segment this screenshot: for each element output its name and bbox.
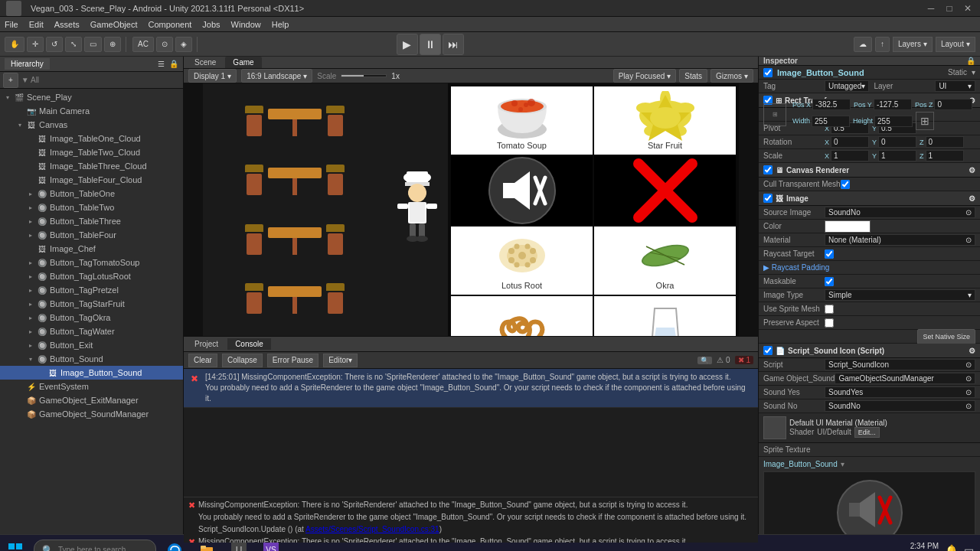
console-message-1[interactable]: ✖ [14:25:01] MissingComponentException: … xyxy=(184,369,758,408)
menu-jobs[interactable]: Jobs xyxy=(202,20,220,29)
tree-item-soundmanager[interactable]: 📦 GameObject_SoundManager xyxy=(0,407,183,421)
menu-window[interactable]: Window xyxy=(231,20,261,29)
script-section[interactable]: 📄 Script_Sound Icon (Script) ⚙ xyxy=(759,344,980,358)
collapse-button[interactable]: Collapse xyxy=(222,354,263,367)
tree-item-btn-tomato[interactable]: ▸ 🔘 Button_TagTomatoSoup xyxy=(0,256,183,269)
tab-project[interactable]: Project xyxy=(187,338,226,350)
play-focused-btn[interactable]: Play Focused▾ xyxy=(613,69,677,83)
taskbar-icon-vs[interactable]: VS xyxy=(256,535,286,552)
minimize-button[interactable]: ─ xyxy=(925,2,937,15)
scale-x-input[interactable] xyxy=(831,150,869,161)
scale-tool[interactable]: ⤡ xyxy=(65,37,82,52)
layout-dropdown[interactable]: Layout▾ xyxy=(936,37,975,52)
food-item-tomato-soup[interactable]: Tomato Soup xyxy=(451,86,593,155)
menu-gameobject[interactable]: GameObject xyxy=(90,20,138,29)
food-item-water[interactable]: Water xyxy=(594,296,736,336)
sound-off-cell[interactable] xyxy=(451,156,593,225)
cr-settings-icon[interactable]: ⚙ xyxy=(969,166,975,174)
tree-item-btn-table3[interactable]: ▸ 🔘 Button_TableThree xyxy=(0,214,183,228)
raycast-target-checkbox[interactable] xyxy=(825,249,834,259)
scale-z-input[interactable] xyxy=(926,150,964,161)
taskbar-icon-edge[interactable] xyxy=(159,535,190,552)
menu-component[interactable]: Component xyxy=(148,20,191,29)
tab-console[interactable]: Console xyxy=(227,338,271,350)
hierarchy-add[interactable]: + xyxy=(3,73,18,88)
taskbar-search-bar[interactable]: 🔍 Type here to search xyxy=(34,540,156,552)
preview-arrow[interactable]: ▾ xyxy=(841,460,844,468)
set-native-size-btn[interactable]: Set Native Size xyxy=(917,329,975,344)
tree-item-btn-table1[interactable]: ▸ 🔘 Button_TableOne xyxy=(0,187,183,201)
rot-z-input[interactable] xyxy=(926,136,964,148)
hierarchy-lock[interactable]: 🔒 xyxy=(169,60,178,68)
notification-icon[interactable]: 🔔 xyxy=(945,544,958,552)
static-dropdown[interactable]: ▾ xyxy=(972,68,975,77)
tree-item-img2[interactable]: 🖼 Image_TableTwo_Cloud xyxy=(0,145,183,159)
cloud-button[interactable]: ☁ xyxy=(854,37,872,52)
sound-yes-field[interactable]: SoundYes ⊙ xyxy=(825,386,975,398)
tree-item-img4[interactable]: 🖼 Image_TableFour_Cloud xyxy=(0,173,183,187)
rot-x-input[interactable] xyxy=(831,136,869,148)
aspect-dropdown[interactable]: 16:9 Landscape▾ xyxy=(241,69,312,83)
color-picker[interactable] xyxy=(825,220,871,233)
multi-tool[interactable]: ⊕ xyxy=(104,37,121,52)
source-image-field[interactable]: SoundNo ⊙ xyxy=(825,207,975,218)
tree-item-maincamera[interactable]: 📷 Main Camera xyxy=(0,104,183,118)
food-item-lotus-root[interactable]: Lotus Root xyxy=(451,227,593,295)
tab-game[interactable]: Game xyxy=(225,57,261,68)
display-dropdown[interactable]: Display 1▾ xyxy=(188,69,237,83)
script-field[interactable]: Script_SoundIcon ⊙ xyxy=(825,359,975,370)
tree-item-btn-exit[interactable]: ▸ 🔘 Button_Exit xyxy=(0,338,183,352)
tree-item-img-chef[interactable]: 🖼 Image_Chef xyxy=(0,242,183,256)
canvas-renderer-checkbox[interactable] xyxy=(763,165,773,174)
pos-z-input[interactable] xyxy=(934,99,972,110)
tree-item-btn-table4[interactable]: ▸ 🔘 Button_TableFour xyxy=(0,228,183,242)
maximize-button[interactable]: □ xyxy=(943,2,956,15)
tree-item-btn-starfruit[interactable]: ▸ 🔘 Button_TagStarFruit xyxy=(0,297,183,311)
material-field[interactable]: None (Material) ⊙ xyxy=(825,234,975,246)
layer-dropdown[interactable]: UI▾ xyxy=(935,80,975,92)
gizmos-btn[interactable]: Gizmos▾ xyxy=(710,69,753,83)
taskbar-icon-unity[interactable]: U xyxy=(224,535,254,552)
start-button[interactable] xyxy=(0,535,31,552)
global-button[interactable]: ⊙ xyxy=(156,37,173,52)
hand-tool[interactable]: ✋ xyxy=(5,37,24,52)
stats-btn[interactable]: Stats xyxy=(679,69,707,83)
script-link[interactable]: Assets/Scenes/Script_SoundIcon.cs:31 xyxy=(305,525,439,533)
menu-edit[interactable]: Edit xyxy=(29,20,44,29)
rot-y-input[interactable] xyxy=(878,136,916,148)
taskbar-icon-file-explorer[interactable] xyxy=(191,535,222,552)
ac-button[interactable]: AC xyxy=(132,37,154,52)
close-cell[interactable] xyxy=(594,156,736,225)
tree-item-img1[interactable]: 🖼 Image_TableOne_Cloud xyxy=(0,132,183,145)
tab-scene[interactable]: Scene xyxy=(187,57,224,68)
food-item-okra[interactable]: Okra xyxy=(594,227,736,295)
lock-proportions[interactable]: ⊞ xyxy=(916,112,934,130)
food-item-pretzel[interactable]: Pretzel xyxy=(451,296,593,336)
anchor-widget[interactable]: ⊞ xyxy=(763,103,786,126)
active-checkbox[interactable] xyxy=(763,68,773,77)
tab-hierarchy[interactable]: Hierarchy xyxy=(5,58,50,70)
close-title-button[interactable]: ✕ xyxy=(962,2,974,15)
tree-item-eventsystem[interactable]: ⚡ EventSystem xyxy=(0,380,183,393)
maskable-checkbox[interactable] xyxy=(825,277,834,286)
layers-dropdown[interactable]: Layers▾ xyxy=(893,37,933,52)
error-pause-button[interactable]: Error Pause xyxy=(267,354,318,367)
image-checkbox[interactable] xyxy=(763,194,773,203)
icon1[interactable]: ◈ xyxy=(175,37,192,52)
game-object-sound-field[interactable]: GameObjectSoundManager ⊙ xyxy=(835,373,975,384)
img-settings-icon[interactable]: ⚙ xyxy=(969,194,975,203)
height-input[interactable] xyxy=(874,116,913,127)
play-button[interactable]: ▶ xyxy=(397,34,418,55)
sound-no-field[interactable]: SoundNo ⊙ xyxy=(825,400,975,412)
rotate-tool[interactable]: ↺ xyxy=(46,37,63,52)
use-sprite-checkbox[interactable] xyxy=(825,305,834,314)
cull-checkbox[interactable] xyxy=(841,180,850,189)
width-input[interactable] xyxy=(812,116,850,127)
scale-y-input[interactable] xyxy=(878,150,916,161)
show-desktop-icon[interactable]: ▭ xyxy=(964,544,974,552)
hierarchy-menu[interactable]: ☰ xyxy=(158,60,165,68)
menu-assets[interactable]: Assets xyxy=(54,20,80,29)
inspector-lock[interactable]: 🔒 xyxy=(966,57,975,65)
tree-item-btn-pretzel[interactable]: ▸ 🔘 Button_TagPretzel xyxy=(0,283,183,297)
tree-item-btn-table2[interactable]: ▸ 🔘 Button_TableTwo xyxy=(0,201,183,214)
